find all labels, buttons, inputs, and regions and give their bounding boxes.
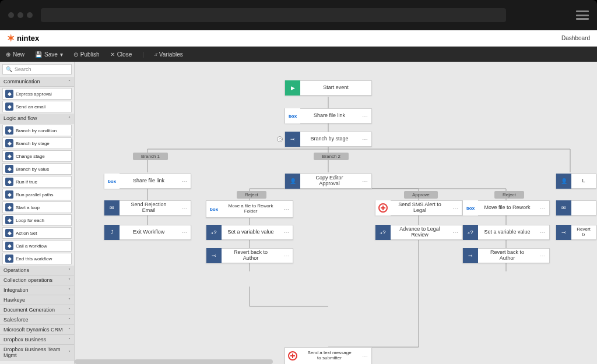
group-label: Document Generation (3, 307, 55, 313)
node-menu-icon[interactable]: ⋯ (359, 178, 371, 185)
node-revert-author2[interactable]: ⤙ Revert back to Author ⋯ (462, 248, 550, 263)
url-bar[interactable] (41, 8, 506, 22)
traffic-light-min[interactable] (17, 12, 23, 18)
app-window: ✶ nintex Dashboard ⊕New 💾Save▾ ⊙Publish … (0, 30, 597, 364)
action-item[interactable]: ◆Action Set (2, 227, 72, 239)
sidebar-group: Hawkeye˅ (0, 295, 74, 305)
search-icon: 🔍 (6, 66, 12, 72)
node-menu-icon[interactable]: ⋯ (449, 229, 462, 236)
action-item[interactable]: ◆Change stage (2, 150, 72, 162)
action-item[interactable]: ◆Send an email (2, 101, 72, 112)
node-email-partial[interactable]: ✉ (556, 200, 596, 215)
traffic-light-close[interactable] (8, 12, 14, 18)
node-revert-author[interactable]: ⤙ Revert back to Author ⋯ (206, 248, 293, 263)
group-header[interactable]: Communication˄ (0, 77, 74, 87)
variables-button[interactable]: 𝑥Variables (154, 51, 183, 58)
sidebar-group: Dropbox Business Team Mgmt˅ (0, 345, 74, 361)
group-header[interactable]: Microsoft Dynamics CRM˅ (0, 325, 74, 335)
call-icon: ◆ (5, 242, 13, 250)
group-label: Microsoft Dynamics CRM (3, 327, 63, 333)
action-item[interactable]: ◆Branch by stage (2, 137, 72, 149)
publish-button[interactable]: ⊙Publish (73, 51, 100, 58)
search-input[interactable]: 🔍 Search (2, 64, 72, 75)
action-item[interactable]: ◆Run if true (2, 176, 72, 188)
action-label: Run parallel paths (16, 192, 53, 197)
branch-label-reject: Reject (237, 191, 266, 199)
sms-icon (285, 348, 300, 363)
scrollbar-horizontal[interactable] (75, 359, 273, 364)
loop-icon: ◆ (5, 216, 13, 224)
sidebar-group: Collection operations˅ (0, 275, 74, 285)
node-menu-icon[interactable]: ⋯ (536, 253, 549, 259)
canvas[interactable]: ▶ Start event box Share file link ⋯ ⤙ Br… (75, 62, 597, 364)
traffic-light-max[interactable] (27, 12, 33, 18)
header-right-link[interactable]: Dashboard (561, 35, 590, 41)
node-menu-icon[interactable]: ⋯ (178, 178, 191, 185)
group-header[interactable]: Operations˅ (0, 266, 74, 275)
approval-icon: 👤 (556, 174, 571, 189)
save-button[interactable]: 💾Save▾ (35, 51, 63, 58)
action-item[interactable]: ◆Express approval (2, 88, 72, 100)
node-legal-partial[interactable]: 👤 L (556, 174, 596, 189)
group-header[interactable]: Collection operations˅ (0, 275, 74, 285)
hamburger-icon[interactable] (576, 10, 589, 20)
node-set-variable[interactable]: 𝑥? Set a variable value ⋯ (206, 225, 293, 240)
node-share-file-link-b1[interactable]: box Share file link ⋯ (104, 174, 191, 189)
node-share-file-link[interactable]: box Share file link ⋯ (285, 108, 372, 123)
brand-text: nintex (17, 34, 39, 43)
action-item[interactable]: ◆Loop for each (2, 214, 72, 226)
action-item[interactable]: ◆End this workflow (2, 253, 72, 264)
node-branch-by-stage[interactable]: ⤙ Branch by stage ⋯ (285, 132, 372, 147)
group-header[interactable]: Integration˅ (0, 285, 74, 295)
group-label: Dropbox Business Team Mgmt (3, 347, 68, 358)
node-menu-icon[interactable]: ⋯ (359, 136, 371, 143)
chevron-down-icon: ˅ (68, 268, 71, 273)
group-header[interactable]: Document Generation˅ (0, 305, 74, 315)
node-send-rejection-email[interactable]: ✉ Send Rejection Email ⋯ (104, 200, 191, 215)
node-set-variable2[interactable]: 𝑥? Set a variable value ⋯ (462, 225, 550, 240)
action-item[interactable]: ◆Run parallel paths (2, 189, 72, 200)
node-exit-workflow[interactable]: ⤴ Exit Workflow ⋯ (104, 225, 191, 240)
group-header[interactable]: Dropbox Business˅ (0, 335, 74, 345)
node-menu-icon[interactable]: ⋯ (359, 113, 371, 119)
group-header[interactable]: Hawkeye˅ (0, 295, 74, 305)
header: ✶ nintex Dashboard (0, 30, 597, 47)
group-header[interactable]: Logic and flow˄ (0, 114, 74, 123)
node-move-rework[interactable]: box Move a file to Rework Folder ⋯ (206, 200, 293, 218)
variable-icon: 𝑥? (206, 225, 222, 240)
browser-chrome (0, 0, 597, 30)
node-copy-editor-approval[interactable]: 👤 Copy Editor Approval ⋯ (285, 174, 372, 189)
node-menu-icon[interactable]: ⋯ (536, 229, 549, 236)
node-start-event[interactable]: ▶ Start event (285, 80, 372, 96)
branch-icon: ◆ (5, 126, 13, 135)
node-revert-partial[interactable]: ⤙ Revert b (556, 225, 596, 240)
set-icon: ◆ (5, 229, 13, 237)
node-menu-icon[interactable]: ⋯ (359, 353, 371, 359)
close-button[interactable]: ✕Close (110, 51, 132, 58)
branch-connector[interactable]: ◇ (277, 136, 283, 142)
node-menu-icon[interactable]: ⋯ (178, 205, 191, 211)
action-item[interactable]: ◆Branch by value (2, 163, 72, 175)
chevron-down-icon: ˅ (68, 317, 71, 323)
node-move-rework2[interactable]: box Move file to Rework ⋯ (462, 200, 550, 215)
node-menu-icon[interactable]: ⋯ (449, 205, 462, 211)
action-item[interactable]: ◆Branch by condition (2, 125, 72, 136)
node-advance-legal[interactable]: 𝑥? Advance to Legal Review ⋯ (375, 225, 462, 240)
node-menu-icon[interactable]: ⋯ (280, 229, 293, 236)
action-item[interactable]: ◆Call a workflow (2, 240, 72, 252)
group-label: Dropbox Business (3, 337, 46, 342)
action-label: Express approval (16, 91, 52, 97)
node-send-text-submitter[interactable]: Send a text message to submitter ⋯ (285, 347, 372, 364)
new-button[interactable]: ⊕New (6, 51, 24, 58)
chevron-down-icon: ˅ (68, 337, 71, 342)
node-menu-icon[interactable]: ⋯ (280, 206, 293, 213)
action-item[interactable]: ◆Start a loop (2, 202, 72, 213)
branch-label-1: Branch 1 (133, 153, 168, 160)
email-icon: ◆ (5, 103, 13, 111)
node-menu-icon[interactable]: ⋯ (536, 205, 549, 211)
node-menu-icon[interactable]: ⋯ (280, 253, 293, 259)
group-header[interactable]: Dropbox Business Team Mgmt˅ (0, 345, 74, 361)
group-header[interactable]: Salesforce˅ (0, 315, 74, 325)
node-menu-icon[interactable]: ⋯ (178, 229, 191, 236)
node-send-sms[interactable]: Send SMS Alert to Legal ⋯ (375, 200, 462, 215)
